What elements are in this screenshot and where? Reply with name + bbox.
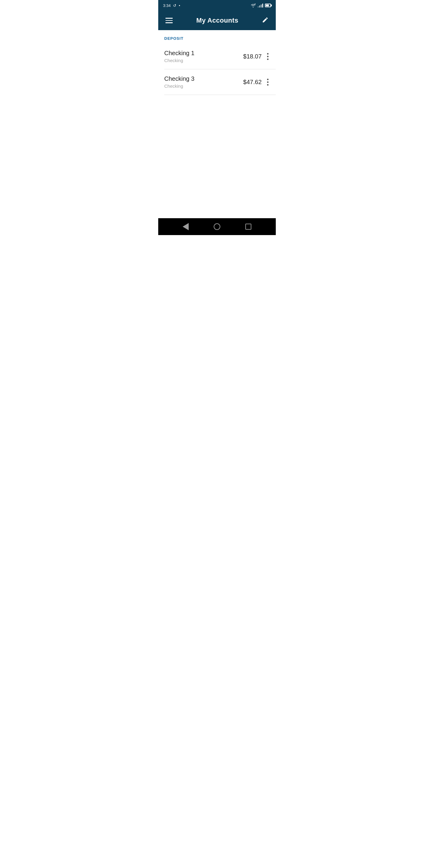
status-bar-left: 3:34 ↺ ▪ [163,3,180,8]
status-bar: 3:34 ↺ ▪ [158,0,276,11]
deposit-section-header: DEPOSIT [158,30,276,44]
home-icon [214,223,220,230]
nav-bar [158,218,276,235]
signal-icon [258,3,263,7]
page-title: My Accounts [196,17,238,24]
account-info-checking3: Checking 3 Checking [164,75,194,89]
account-info-checking1: Checking 1 Checking [164,50,194,63]
status-bar-right [250,3,271,7]
battery-icon [265,4,271,7]
account-type-checking1: Checking [164,58,194,63]
sd-card-icon: ▪ [179,3,180,7]
account-balance-checking1: $18.07 [243,53,261,60]
account-right-checking1: $18.07 [243,52,270,61]
account-item-checking1[interactable]: Checking 1 Checking $18.07 [158,44,276,69]
recent-icon [245,224,251,230]
more-options-checking1[interactable] [266,52,270,61]
account-balance-checking3: $47.62 [243,79,261,86]
account-right-checking3: $47.62 [243,78,270,87]
back-button[interactable] [180,221,191,233]
notification-icon: ↺ [173,3,176,8]
divider-2 [164,95,276,95]
recent-apps-button[interactable] [243,221,254,232]
wifi-icon [250,3,256,7]
edit-button[interactable] [261,16,270,26]
app-bar: My Accounts [158,11,276,30]
account-name-checking3: Checking 3 [164,75,194,82]
account-item-checking3[interactable]: Checking 3 Checking $47.62 [158,69,276,95]
main-content: DEPOSIT Checking 1 Checking $18.07 Check… [158,30,276,218]
account-type-checking3: Checking [164,84,194,89]
more-options-checking3[interactable] [266,78,270,87]
home-button[interactable] [211,221,223,232]
back-icon [183,223,189,230]
hamburger-menu-button[interactable] [164,17,174,24]
account-name-checking1: Checking 1 [164,50,194,57]
time-display: 3:34 [163,3,170,8]
